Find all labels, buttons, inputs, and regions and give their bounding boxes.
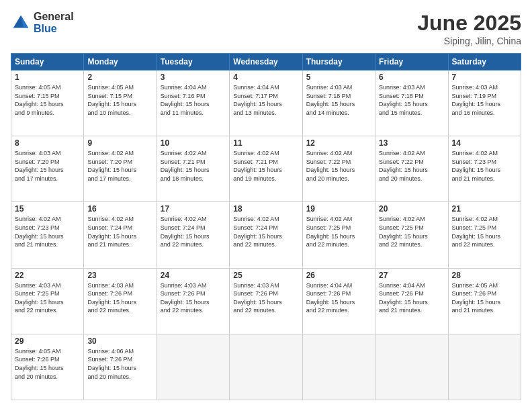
day-number: 28	[452, 271, 517, 280]
day-cell: 16Sunrise: 4:02 AM Sunset: 7:24 PM Dayli…	[84, 202, 157, 268]
day-cell: 24Sunrise: 4:03 AM Sunset: 7:26 PM Dayli…	[157, 268, 229, 334]
day-number: 24	[161, 271, 226, 280]
day-cell: 9Sunrise: 4:02 AM Sunset: 7:20 PM Daylig…	[84, 136, 157, 202]
day-cell: 11Sunrise: 4:02 AM Sunset: 7:21 PM Dayli…	[230, 136, 302, 202]
header: General Blue June 2025 Siping, Jilin, Ch…	[11, 11, 521, 46]
logo-blue: Blue	[34, 23, 74, 35]
day-cell: 18Sunrise: 4:02 AM Sunset: 7:24 PM Dayli…	[230, 202, 302, 268]
weekday-header-monday: Monday	[84, 54, 157, 71]
day-cell	[302, 334, 375, 400]
day-info: Sunrise: 4:05 AM Sunset: 7:15 PM Dayligh…	[87, 83, 152, 117]
logo-text: General Blue	[34, 11, 74, 34]
weekday-header-thursday: Thursday	[302, 54, 375, 71]
week-row-3: 15Sunrise: 4:02 AM Sunset: 7:23 PM Dayli…	[11, 202, 521, 268]
page: General Blue June 2025 Siping, Jilin, Ch…	[0, 0, 532, 411]
day-number: 4	[233, 73, 298, 82]
day-number: 1	[15, 73, 80, 82]
day-number: 10	[161, 138, 226, 148]
day-number: 26	[306, 271, 371, 280]
day-cell: 26Sunrise: 4:04 AM Sunset: 7:26 PM Dayli…	[302, 268, 375, 334]
day-info: Sunrise: 4:03 AM Sunset: 7:20 PM Dayligh…	[15, 149, 80, 183]
day-cell: 14Sunrise: 4:02 AM Sunset: 7:23 PM Dayli…	[448, 136, 521, 202]
day-number: 7	[452, 73, 517, 82]
day-info: Sunrise: 4:02 AM Sunset: 7:24 PM Dayligh…	[233, 215, 298, 248]
day-info: Sunrise: 4:03 AM Sunset: 7:25 PM Dayligh…	[15, 281, 80, 315]
day-info: Sunrise: 4:03 AM Sunset: 7:26 PM Dayligh…	[161, 281, 226, 315]
day-info: Sunrise: 4:02 AM Sunset: 7:23 PM Dayligh…	[452, 149, 517, 183]
day-cell: 20Sunrise: 4:02 AM Sunset: 7:25 PM Dayli…	[375, 202, 448, 268]
day-number: 18	[233, 204, 298, 214]
logo: General Blue	[11, 11, 74, 34]
day-cell: 3Sunrise: 4:04 AM Sunset: 7:16 PM Daylig…	[157, 71, 229, 136]
day-cell: 15Sunrise: 4:02 AM Sunset: 7:23 PM Dayli…	[11, 202, 84, 268]
day-info: Sunrise: 4:02 AM Sunset: 7:20 PM Dayligh…	[87, 149, 152, 183]
day-cell: 21Sunrise: 4:02 AM Sunset: 7:25 PM Dayli…	[448, 202, 521, 268]
day-cell: 10Sunrise: 4:02 AM Sunset: 7:21 PM Dayli…	[157, 136, 229, 202]
logo-general: General	[34, 11, 74, 23]
day-number: 23	[87, 271, 152, 280]
day-cell: 8Sunrise: 4:03 AM Sunset: 7:20 PM Daylig…	[11, 136, 84, 202]
day-info: Sunrise: 4:02 AM Sunset: 7:21 PM Dayligh…	[233, 149, 298, 183]
day-cell: 23Sunrise: 4:03 AM Sunset: 7:26 PM Dayli…	[84, 268, 157, 334]
day-number: 16	[87, 204, 152, 214]
weekday-header-tuesday: Tuesday	[157, 54, 229, 71]
day-cell: 28Sunrise: 4:05 AM Sunset: 7:26 PM Dayli…	[448, 268, 521, 334]
day-number: 22	[15, 271, 80, 280]
day-number: 12	[306, 138, 371, 148]
day-info: Sunrise: 4:06 AM Sunset: 7:26 PM Dayligh…	[87, 347, 152, 381]
day-info: Sunrise: 4:05 AM Sunset: 7:15 PM Dayligh…	[15, 83, 80, 117]
day-cell: 19Sunrise: 4:02 AM Sunset: 7:25 PM Dayli…	[302, 202, 375, 268]
day-info: Sunrise: 4:02 AM Sunset: 7:23 PM Dayligh…	[15, 215, 80, 248]
day-number: 2	[87, 73, 152, 82]
day-cell: 7Sunrise: 4:03 AM Sunset: 7:19 PM Daylig…	[448, 71, 521, 136]
day-cell	[157, 334, 229, 400]
day-cell: 29Sunrise: 4:05 AM Sunset: 7:26 PM Dayli…	[11, 334, 84, 400]
week-row-5: 29Sunrise: 4:05 AM Sunset: 7:26 PM Dayli…	[11, 334, 521, 400]
day-info: Sunrise: 4:03 AM Sunset: 7:26 PM Dayligh…	[233, 281, 298, 315]
day-number: 19	[306, 204, 371, 214]
day-cell: 6Sunrise: 4:03 AM Sunset: 7:18 PM Daylig…	[375, 71, 448, 136]
day-info: Sunrise: 4:04 AM Sunset: 7:26 PM Dayligh…	[379, 281, 444, 315]
day-info: Sunrise: 4:04 AM Sunset: 7:26 PM Dayligh…	[306, 281, 371, 315]
day-number: 20	[379, 204, 444, 214]
day-info: Sunrise: 4:03 AM Sunset: 7:18 PM Dayligh…	[379, 83, 444, 117]
day-cell: 17Sunrise: 4:02 AM Sunset: 7:24 PM Dayli…	[157, 202, 229, 268]
day-number: 30	[87, 336, 152, 346]
day-info: Sunrise: 4:04 AM Sunset: 7:17 PM Dayligh…	[233, 83, 298, 117]
day-cell: 4Sunrise: 4:04 AM Sunset: 7:17 PM Daylig…	[230, 71, 302, 136]
day-number: 17	[161, 204, 226, 214]
logo-icon	[11, 13, 31, 33]
week-row-2: 8Sunrise: 4:03 AM Sunset: 7:20 PM Daylig…	[11, 136, 521, 202]
calendar-table: SundayMondayTuesdayWednesdayThursdayFrid…	[11, 53, 521, 400]
weekday-header-wednesday: Wednesday	[230, 54, 302, 71]
day-cell	[375, 334, 448, 400]
day-info: Sunrise: 4:02 AM Sunset: 7:24 PM Dayligh…	[87, 215, 152, 248]
day-cell: 13Sunrise: 4:02 AM Sunset: 7:22 PM Dayli…	[375, 136, 448, 202]
day-cell: 12Sunrise: 4:02 AM Sunset: 7:22 PM Dayli…	[302, 136, 375, 202]
day-number: 21	[452, 204, 517, 214]
day-cell: 5Sunrise: 4:03 AM Sunset: 7:18 PM Daylig…	[302, 71, 375, 136]
day-number: 9	[87, 138, 152, 148]
day-number: 25	[233, 271, 298, 280]
day-cell: 27Sunrise: 4:04 AM Sunset: 7:26 PM Dayli…	[375, 268, 448, 334]
day-number: 29	[15, 336, 80, 346]
day-cell: 1Sunrise: 4:05 AM Sunset: 7:15 PM Daylig…	[11, 71, 84, 136]
day-info: Sunrise: 4:02 AM Sunset: 7:25 PM Dayligh…	[379, 215, 444, 248]
day-cell: 2Sunrise: 4:05 AM Sunset: 7:15 PM Daylig…	[84, 71, 157, 136]
day-info: Sunrise: 4:02 AM Sunset: 7:25 PM Dayligh…	[452, 215, 517, 248]
day-info: Sunrise: 4:04 AM Sunset: 7:16 PM Dayligh…	[161, 83, 226, 117]
day-info: Sunrise: 4:03 AM Sunset: 7:26 PM Dayligh…	[87, 281, 152, 315]
day-number: 8	[15, 138, 80, 148]
location: Siping, Jilin, China	[417, 36, 521, 46]
day-number: 14	[452, 138, 517, 148]
day-info: Sunrise: 4:05 AM Sunset: 7:26 PM Dayligh…	[15, 347, 80, 381]
weekday-header-row: SundayMondayTuesdayWednesdayThursdayFrid…	[11, 54, 521, 71]
day-info: Sunrise: 4:02 AM Sunset: 7:22 PM Dayligh…	[306, 149, 371, 183]
day-info: Sunrise: 4:02 AM Sunset: 7:21 PM Dayligh…	[161, 149, 226, 183]
day-number: 5	[306, 73, 371, 82]
day-info: Sunrise: 4:02 AM Sunset: 7:25 PM Dayligh…	[306, 215, 371, 248]
week-row-4: 22Sunrise: 4:03 AM Sunset: 7:25 PM Dayli…	[11, 268, 521, 334]
day-cell: 25Sunrise: 4:03 AM Sunset: 7:26 PM Dayli…	[230, 268, 302, 334]
day-number: 15	[15, 204, 80, 214]
day-number: 27	[379, 271, 444, 280]
